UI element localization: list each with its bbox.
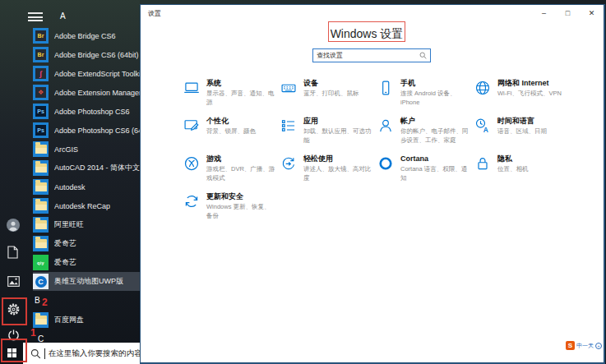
adobe-bridge-icon: Br <box>33 47 49 62</box>
user-avatar-icon[interactable] <box>7 219 20 235</box>
settings-category-grid: 系统显示器、声音、通知、电源 设备蓝牙、打印机、鼠标 手机连接 Android … <box>183 79 571 230</box>
taskbar-search[interactable]: 在这里输入你要搜索的内容 <box>23 343 140 364</box>
watermark-circle-icon: + <box>595 343 602 349</box>
section-header-a[interactable]: A <box>33 7 140 26</box>
watermark-s-badge: S <box>566 341 575 350</box>
app-item[interactable]: AutoCAD 2014 - 简体中文 ( <box>33 159 140 177</box>
window-title: 设置 <box>148 9 161 18</box>
category-update-security[interactable]: 更新和安全Windows 更新、恢复、备份 <box>183 192 280 230</box>
settings-search-placeholder: 查找设置 <box>317 51 417 60</box>
taskbar-search-placeholder: 在这里输入你要搜索的内容 <box>49 348 140 359</box>
category-network[interactable]: 网络和 InternetWi-Fi、飞行模式、VPN <box>474 79 571 117</box>
update-security-icon <box>183 193 200 210</box>
cortana-icon <box>377 155 394 172</box>
personalization-icon <box>183 117 200 134</box>
privacy-lock-icon <box>474 155 491 172</box>
app-item[interactable]: 百度网盘 <box>33 311 140 329</box>
start-button[interactable] <box>0 341 23 364</box>
category-apps[interactable]: 应用卸载、默认应用、可选功能 <box>280 117 377 154</box>
network-internet-icon <box>474 80 491 96</box>
svg-text:A: A <box>483 126 488 134</box>
settings-window: 设置 – □ ✕ Windows 设置 查找设置 系统显示器、声音、通知、电源 … <box>140 4 605 364</box>
accounts-icon <box>377 117 394 134</box>
app-item-selected[interactable]: C 奥维互动地图UWP版 <box>33 272 140 291</box>
folder-icon <box>33 217 49 233</box>
category-devices[interactable]: 设备蓝牙、打印机、鼠标 <box>280 79 377 117</box>
category-time-language[interactable]: A 时间和语言语音、区域、日期 <box>474 117 571 154</box>
category-personalization[interactable]: 个性化背景、锁屏、颜色 <box>183 117 280 154</box>
settings-search-input[interactable]: 查找设置 <box>312 48 431 62</box>
folder-icon <box>33 236 49 251</box>
minimize-button[interactable]: – <box>532 5 556 21</box>
app-item[interactable]: ArcGIS <box>33 140 140 159</box>
folder-icon <box>33 141 49 157</box>
category-gaming[interactable]: 游戏游戏栏、DVR、广播、游戏模式 <box>183 154 280 192</box>
app-item[interactable]: Br Adobe Bridge CS6 <box>33 26 140 45</box>
app-item[interactable]: qiy 爱奇艺 <box>33 253 140 272</box>
category-system[interactable]: 系统显示器、声音、通知、电源 <box>183 79 280 117</box>
category-cortana[interactable]: CortanaCortana 语言、权限、通知 <box>377 154 474 192</box>
desktop: A Br Adobe Bridge CS6 Br Adobe Bridge CS… <box>0 0 606 364</box>
app-item[interactable]: Ps Adobe Photoshop CS6 <box>33 102 140 121</box>
category-ease-of-access[interactable]: 轻松使用讲述人、放大镜、高对比度 <box>280 154 377 192</box>
page-title: Windows 设置 <box>141 27 593 42</box>
search-icon <box>419 52 427 59</box>
app-item[interactable]: Autodesk <box>33 177 140 196</box>
start-app-list: A Br Adobe Bridge CS6 Br Adobe Bridge CS… <box>33 7 140 349</box>
watermark-text: 中一天 <box>576 342 594 350</box>
folder-icon <box>33 198 49 214</box>
category-phone[interactable]: 手机连接 Android 设备、iPhone <box>377 79 474 117</box>
titlebar[interactable]: 设置 – □ ✕ <box>141 5 604 21</box>
aowei-map-icon: C <box>33 274 49 289</box>
adobe-extension-manager-icon: ❖ <box>33 85 49 100</box>
windows-logo-icon <box>7 348 16 357</box>
close-button[interactable]: ✕ <box>580 5 604 21</box>
apps-icon <box>280 117 297 134</box>
adobe-bridge-icon: Br <box>33 28 49 44</box>
documents-icon[interactable] <box>7 246 18 262</box>
folder-icon <box>33 160 49 176</box>
time-language-icon: A <box>474 117 491 134</box>
maximize-button[interactable]: □ <box>556 5 580 21</box>
category-privacy[interactable]: 隐私位置、相机 <box>474 154 571 192</box>
gaming-xbox-icon <box>183 155 200 172</box>
adobe-photoshop-icon: Ps <box>33 122 49 138</box>
phone-icon <box>377 80 394 96</box>
app-item[interactable]: Autodesk ReCap <box>33 196 140 215</box>
adobe-photoshop-icon: Ps <box>33 104 49 119</box>
qiyi-icon: qiy <box>33 255 49 270</box>
annotation-number-1: 1 <box>30 327 36 339</box>
app-item[interactable]: ∫ Adobe ExtendScript Toolkit <box>33 64 140 83</box>
app-item[interactable]: Br Adobe Bridge CS6 (64bit) <box>33 45 140 64</box>
ease-of-access-icon <box>280 155 297 172</box>
folder-icon <box>33 312 49 328</box>
folder-icon <box>33 179 49 195</box>
category-accounts[interactable]: 帐户你的帐户、电子邮件、同步设置、工作、家庭 <box>377 117 474 154</box>
app-item[interactable]: 阿里旺旺 <box>33 215 140 234</box>
pictures-icon[interactable] <box>7 275 20 290</box>
search-icon <box>30 348 41 359</box>
adobe-extendscript-icon: ∫ <box>33 66 49 81</box>
app-item[interactable]: Ps Adobe Photoshop CS6 (64 <box>33 121 140 140</box>
start-menu: A Br Adobe Bridge CS6 Br Adobe Bridge CS… <box>0 0 140 364</box>
devices-icon <box>280 80 297 96</box>
annotation-number-2: 2 <box>42 297 48 308</box>
system-icon <box>183 80 200 96</box>
section-header-b[interactable]: B <box>33 291 140 311</box>
text-caret <box>44 348 45 359</box>
settings-gear-icon[interactable] <box>7 302 21 320</box>
watermark: S 中一天 + <box>566 341 602 350</box>
app-item[interactable]: ❖ Adobe Extension Manager <box>33 83 140 102</box>
app-item[interactable]: 爱奇艺 <box>33 234 140 253</box>
